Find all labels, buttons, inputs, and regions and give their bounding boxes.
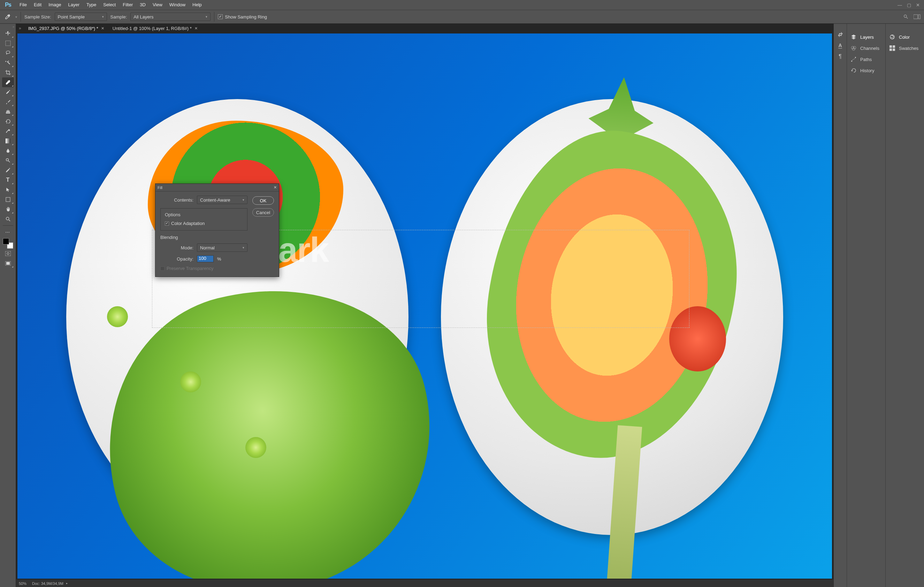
zoom-level[interactable]: 50% xyxy=(19,581,26,585)
layers-icon xyxy=(850,34,857,40)
menu-type[interactable]: Type xyxy=(83,0,100,10)
panel-color[interactable]: Color xyxy=(886,31,924,43)
mode-select[interactable]: Normal▾ xyxy=(197,243,248,252)
char-icon[interactable]: A xyxy=(838,43,842,48)
gradient-tool-icon[interactable] xyxy=(2,136,14,146)
menu-window[interactable]: Window xyxy=(166,0,189,10)
color-icon xyxy=(889,34,896,40)
document-image: Watermark xyxy=(17,33,832,579)
path-select-tool-icon[interactable] xyxy=(2,185,14,195)
ps-logo: Ps xyxy=(0,2,16,8)
svg-rect-2 xyxy=(6,41,10,46)
pen-tool-icon[interactable] xyxy=(2,165,14,175)
right-panel-dock: A ¶ Layers Channels xyxy=(833,24,924,587)
window-controls: — ▢ ✕ xyxy=(898,2,924,8)
hand-tool-icon[interactable] xyxy=(2,204,14,214)
color-adaptation-checkbox[interactable]: Color Adaptation xyxy=(165,221,205,226)
svg-rect-21 xyxy=(889,45,892,48)
menu-help[interactable]: Help xyxy=(189,0,205,10)
menu-bar: Ps File Edit Image Layer Type Select Fil… xyxy=(0,0,924,10)
crop-tool-icon[interactable] xyxy=(2,68,14,78)
type-tool-icon[interactable]: T xyxy=(2,175,14,185)
menu-image[interactable]: Image xyxy=(45,0,64,10)
svg-rect-0 xyxy=(914,15,918,19)
marquee-tool-icon[interactable] xyxy=(2,38,14,48)
dodge-tool-icon[interactable] xyxy=(2,155,14,165)
menu-file[interactable]: File xyxy=(16,0,30,10)
panel-swatches[interactable]: Swatches xyxy=(886,43,924,54)
eraser-tool-icon[interactable] xyxy=(2,126,14,136)
doc-info[interactable]: Doc: 34,9M/34,9M▸ xyxy=(32,581,68,585)
svg-rect-5 xyxy=(6,197,10,202)
sample-size-label: Sample Size: xyxy=(25,14,51,20)
menu-select[interactable]: Select xyxy=(100,0,119,10)
blur-tool-icon[interactable] xyxy=(2,146,14,155)
ok-button[interactable]: OK xyxy=(252,196,274,205)
quickmask-tool-icon[interactable] xyxy=(2,249,14,258)
lasso-tool-icon[interactable] xyxy=(2,48,14,58)
document-tab-1[interactable]: IMG_2937.JPG @ 50% (RGB/8*) * ✕ xyxy=(24,24,108,33)
svg-point-19 xyxy=(893,37,894,38)
minimize-icon[interactable]: — xyxy=(898,2,902,8)
options-bar: ▾ Sample Size: Point Sample▾ Sample: All… xyxy=(0,10,924,24)
para-icon[interactable]: ¶ xyxy=(838,53,842,60)
dialog-close-icon[interactable]: ✕ xyxy=(274,185,277,190)
sample-size-select[interactable]: Point Sample▾ xyxy=(55,13,107,21)
dialog-titlebar[interactable]: Fill ✕ xyxy=(155,184,279,192)
screenmode-tool-icon[interactable] xyxy=(2,258,14,268)
workspace-switcher-icon[interactable] xyxy=(914,14,921,19)
clone-stamp-tool-icon[interactable] xyxy=(2,107,14,116)
edit-toolbar-icon[interactable]: ⋯ xyxy=(2,227,14,237)
close-window-icon[interactable]: ✕ xyxy=(916,2,920,8)
show-sampling-ring-checkbox[interactable]: Show Sampling Ring xyxy=(218,14,267,20)
opacity-unit: % xyxy=(217,256,221,261)
eyedropper-tool-icon[interactable] xyxy=(2,78,14,87)
close-tab-icon[interactable]: ✕ xyxy=(195,26,198,31)
history-brush-tool-icon[interactable] xyxy=(2,116,14,126)
svg-rect-14 xyxy=(851,61,852,62)
cancel-button[interactable]: Cancel xyxy=(252,208,274,217)
active-tool-eyedropper-icon[interactable] xyxy=(3,13,12,21)
history-icon xyxy=(850,68,857,73)
magic-wand-tool-icon[interactable] xyxy=(2,58,14,68)
svg-rect-3 xyxy=(6,139,10,143)
eyedropper-swap-icon[interactable] xyxy=(837,31,843,38)
move-tool-icon[interactable] xyxy=(2,28,14,38)
healing-brush-tool-icon[interactable] xyxy=(2,87,14,97)
menu-filter[interactable]: Filter xyxy=(119,0,136,10)
opacity-label: Opacity: xyxy=(160,256,193,261)
foreground-color-swatch[interactable] xyxy=(3,238,9,245)
menu-edit[interactable]: Edit xyxy=(30,0,45,10)
menu-3d[interactable]: 3D xyxy=(136,0,149,10)
opacity-input[interactable]: 100 xyxy=(197,255,214,262)
svg-rect-7 xyxy=(5,251,11,256)
close-tab-icon[interactable]: ✕ xyxy=(101,26,104,31)
search-icon[interactable] xyxy=(903,14,909,20)
mode-label: Mode: xyxy=(160,245,193,250)
document-tab-2[interactable]: Untitled-1 @ 100% (Layer 1, RGB/8#) * ✕ xyxy=(108,24,202,33)
contents-select[interactable]: Content-Aware▾ xyxy=(197,196,248,204)
panel-paths[interactable]: Paths xyxy=(847,54,885,65)
sample-select[interactable]: All Layers▾ xyxy=(130,13,211,21)
preserve-transparency-checkbox: Preserve Transparency xyxy=(160,266,213,271)
menu-view[interactable]: View xyxy=(149,0,166,10)
doc-tabs-chevron-icon[interactable]: » xyxy=(16,24,24,33)
tool-palette: » T ⋯ xyxy=(0,24,16,587)
foreground-background-swatch[interactable] xyxy=(3,238,13,249)
panel-layers[interactable]: Layers xyxy=(847,31,885,43)
panel-history[interactable]: History xyxy=(847,65,885,76)
brush-tool-icon[interactable] xyxy=(2,97,14,107)
svg-point-8 xyxy=(7,253,9,255)
maximize-icon[interactable]: ▢ xyxy=(907,2,911,8)
panel-channels[interactable]: Channels xyxy=(847,43,885,54)
collapsed-panel-rail: A ¶ xyxy=(834,24,847,587)
svg-rect-10 xyxy=(6,262,10,265)
shape-tool-icon[interactable] xyxy=(2,195,14,204)
svg-rect-1 xyxy=(918,15,920,19)
canvas[interactable]: Watermark Fill ✕ Contents: xyxy=(17,33,832,579)
menu-layer[interactable]: Layer xyxy=(65,0,83,10)
check-icon xyxy=(165,222,169,226)
sample-label: Sample: xyxy=(111,14,127,20)
contents-label: Contents: xyxy=(160,197,193,203)
zoom-tool-icon[interactable] xyxy=(2,214,14,224)
